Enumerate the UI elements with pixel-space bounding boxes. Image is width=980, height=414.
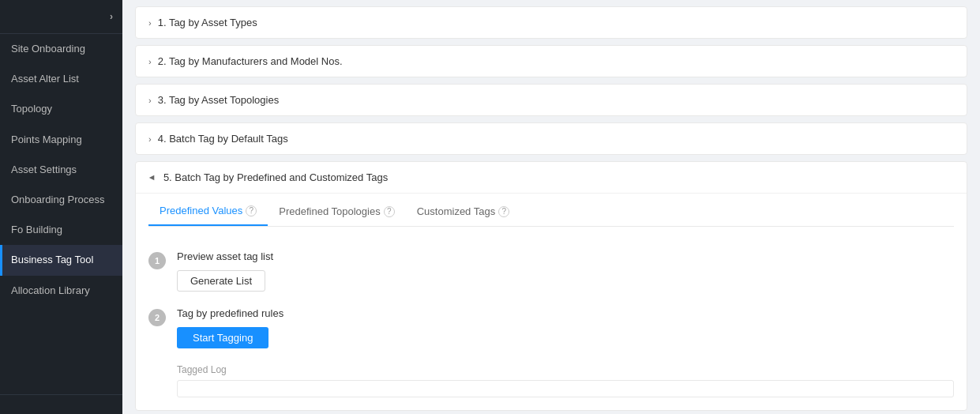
accordion-item-acc2: ›2. Tag by Manufacturers and Model Nos. [135,45,967,77]
accordion-item-acc3: ›3. Tag by Asset Topologies [135,84,967,116]
step-row-2: 2Tag by predefined rulesStart Tagging [148,307,954,348]
accordion-item-acc1: ›1. Tag by Asset Types [135,6,967,39]
accordion-label-acc2: 2. Tag by Manufacturers and Model Nos. [158,55,343,67]
accordion-label-acc3: 3. Tag by Asset Topologies [158,94,279,106]
accordion-label-acc4: 4. Batch Tag by Default Tags [158,133,288,145]
sidebar-nav: Site OnboardingAsset Alter ListTopologyP… [0,34,122,394]
accordion-header-acc3[interactable]: ›3. Tag by Asset Topologies [136,85,967,115]
sidebar-item-business-tag-tool[interactable]: Business Tag Tool [0,245,122,275]
start-tagging-button[interactable]: Start Tagging [177,327,268,348]
accordion-label-acc5: 5. Batch Tag by Predefined and Customize… [163,171,388,183]
accordion-arrow-acc2: › [148,57,152,66]
tab-label-predefined-values: Predefined Values [160,205,242,216]
tab-label-customized-tags: Customized Tags [417,205,495,217]
accordion-header-acc2[interactable]: ›2. Tag by Manufacturers and Model Nos. [136,46,967,77]
sidebar-item-points-mapping[interactable]: Points Mapping [0,125,122,155]
tab-info-icon-customized-tags[interactable]: ? [498,206,509,217]
tab-predefined-values[interactable]: Predefined Values? [148,197,268,226]
sidebar-item-allocation-library[interactable]: Allocation Library [0,276,122,306]
sidebar-item-asset-settings[interactable]: Asset Settings [0,155,122,185]
tabs-container: Predefined Values?Predefined Topologies?… [148,194,954,227]
sidebar-footer [0,394,122,414]
accordion-arrow-acc4: › [148,134,152,144]
generate-list-button[interactable]: Generate List [177,270,265,292]
tab-info-icon-predefined-topologies[interactable]: ? [384,206,395,217]
step-circle-1: 1 [148,252,166,269]
sidebar: › Site OnboardingAsset Alter ListTopolog… [0,0,122,414]
step-circle-2: 2 [148,309,166,326]
step-content-1: Preview asset tag listGenerate List [177,250,954,292]
tab-customized-tags[interactable]: Customized Tags? [406,197,520,226]
accordion-arrow-acc5: ▼ [148,173,157,182]
accordion-arrow-acc3: › [148,96,152,105]
steps-area: 1Preview asset tag listGenerate List2Tag… [148,243,954,348]
sidebar-item-form-building[interactable]: Fo Building [0,215,122,245]
step-label-2: Tag by predefined rules [177,307,954,319]
tab-info-icon-predefined-values[interactable]: ? [246,205,257,216]
accordion-header-acc5[interactable]: ▼5. Batch Tag by Predefined and Customiz… [136,162,967,193]
step-label-1: Preview asset tag list [177,250,954,262]
sidebar-item-onboarding-process[interactable]: Onboarding Process [0,185,122,215]
accordion-header-acc4[interactable]: ›4. Batch Tag by Default Tags [136,123,967,154]
accordion-header-acc1[interactable]: ›1. Tag by Asset Types [136,7,967,38]
accordion-label-acc1: 1. Tag by Asset Types [158,17,257,28]
sidebar-expand-icon: › [110,11,113,22]
sidebar-item-asset-alter-list[interactable]: Asset Alter List [0,64,122,94]
tagged-log-label: Tagged Log [148,364,954,375]
accordion-item-acc4: ›4. Batch Tag by Default Tags [135,122,967,155]
tab-predefined-topologies[interactable]: Predefined Topologies? [268,197,405,226]
main-content: ›1. Tag by Asset Types›2. Tag by Manufac… [122,0,980,414]
accordion-body-acc5: Predefined Values?Predefined Topologies?… [136,193,967,410]
sidebar-item-topology[interactable]: Topology [0,94,122,124]
tagged-log-box [177,380,954,397]
accordion-container: ›1. Tag by Asset Types›2. Tag by Manufac… [135,6,967,411]
step-content-2: Tag by predefined rulesStart Tagging [177,307,954,348]
step-row-1: 1Preview asset tag listGenerate List [148,250,954,292]
sidebar-item-site-onboarding[interactable]: Site Onboarding [0,34,122,64]
accordion-arrow-acc1: › [148,18,152,28]
sidebar-header[interactable]: › [0,0,122,34]
tab-label-predefined-topologies: Predefined Topologies [279,205,380,217]
accordion-item-acc5: ▼5. Batch Tag by Predefined and Customiz… [135,161,967,411]
